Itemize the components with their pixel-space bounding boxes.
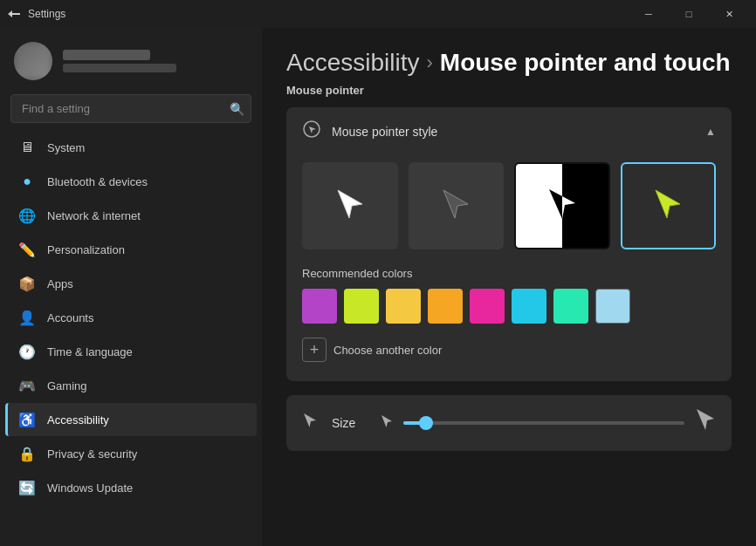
minimize-button[interactable]: ─ [629,0,669,28]
sidebar-item-update[interactable]: 🔄 Windows Update [5,471,257,504]
sidebar-label-privacy: Privacy & security [47,447,137,461]
plus-icon: + [302,338,326,362]
pointer-style-icon [302,119,321,143]
swatch-cyan[interactable] [512,289,546,324]
sidebar-item-apps[interactable]: 📦 Apps [5,267,257,300]
large-cursor-icon [695,407,716,439]
breadcrumb-parent: Accessibility [286,49,419,77]
slider-track [403,421,684,425]
swatch-lime[interactable] [344,289,379,324]
sidebar-item-network[interactable]: 🌐 Network & internet [5,199,257,232]
size-label: Size [332,416,367,430]
update-icon: 🔄 [19,480,35,495]
sidebar-item-gaming[interactable]: 🎮 Gaming [5,369,257,402]
breadcrumb-separator: › [426,51,432,74]
pointer-style-options [302,162,716,249]
accessibility-icon: ♿ [19,412,35,427]
sidebar-item-system[interactable]: 🖥 System [5,131,257,164]
sidebar-item-time[interactable]: 🕐 Time & language [5,335,257,368]
size-card: Size [286,395,732,451]
choose-color-label: Choose another color [333,344,442,357]
swatch-lightblue[interactable] [595,289,630,324]
user-info [63,50,176,72]
titlebar-left: Settings [7,7,65,21]
pointer-option-custom[interactable] [621,162,717,249]
sidebar-label-personalization: Personalization [47,243,125,256]
titlebar-controls: ─ □ ✕ [629,0,749,28]
sidebar-label-apps: Apps [47,277,73,290]
pointer-option-dark[interactable] [409,162,505,249]
search-icon: 🔍 [230,102,244,116]
swatch-pink[interactable] [470,289,505,324]
sidebar-item-accessibility[interactable]: ♿ Accessibility [5,403,257,436]
swatch-teal[interactable] [553,289,588,324]
titlebar: Settings ─ □ ✕ [0,0,756,28]
sidebar: 🔍 🖥 System ● Bluetooth & devices 🌐 Netwo… [0,28,262,546]
time-icon: 🕐 [19,344,35,359]
mouse-pointer-style-card: Mouse pointer style ▲ [286,107,732,381]
size-pointer-icon [302,412,318,434]
back-icon[interactable] [7,7,21,21]
card-header-pointer-style[interactable]: Mouse pointer style ▲ [286,107,732,155]
small-cursor-icon [381,414,393,433]
user-subtitle-blur [63,64,176,72]
pointer-option-invert[interactable] [514,162,610,249]
accounts-icon: 👤 [19,310,35,325]
card-header-left: Mouse pointer style [302,119,437,143]
size-row [381,407,716,439]
user-profile [0,28,262,87]
privacy-icon: 🔒 [19,446,35,461]
sidebar-item-personalization[interactable]: ✏️ Personalization [5,233,257,266]
slider-thumb[interactable] [419,416,433,430]
sidebar-label-time: Time & language [47,345,133,358]
sidebar-item-bluetooth[interactable]: ● Bluetooth & devices [5,165,257,198]
system-icon: 🖥 [19,140,35,155]
user-name-blur [63,50,150,60]
content-area: Accessibility › Mouse pointer and touch … [262,28,756,546]
personalization-icon: ✏️ [19,242,35,257]
sidebar-label-network: Network & internet [47,209,141,222]
sidebar-label-system: System [47,141,85,154]
chevron-up-icon: ▲ [705,126,716,138]
card-body-pointer-style: Recommended colors + Choose another colo… [286,155,732,381]
search-input[interactable] [10,94,251,123]
search-box: 🔍 [10,94,251,123]
svg-rect-1 [562,185,580,227]
section-title-mouse-pointer: Mouse pointer [286,84,732,97]
choose-color-button[interactable]: + Choose another color [302,334,716,365]
color-swatches [302,289,716,324]
sidebar-nav: 🖥 System ● Bluetooth & devices 🌐 Network… [0,130,262,505]
swatch-yellow[interactable] [386,289,421,324]
sidebar-label-gaming: Gaming [47,379,87,392]
sidebar-label-accounts: Accounts [47,311,93,324]
sidebar-label-update: Windows Update [47,481,133,495]
swatch-orange[interactable] [428,289,463,324]
pointer-style-label: Mouse pointer style [332,125,437,139]
bluetooth-icon: ● [19,174,35,189]
sidebar-label-bluetooth: Bluetooth & devices [47,175,148,188]
recommended-colors-label: Recommended colors [302,267,716,280]
sidebar-label-accessibility: Accessibility [47,413,109,427]
pointer-option-white[interactable] [302,162,398,249]
sidebar-item-accounts[interactable]: 👤 Accounts [5,301,257,334]
app-body: 🔍 🖥 System ● Bluetooth & devices 🌐 Netwo… [0,28,756,546]
swatch-purple[interactable] [302,289,337,324]
close-button[interactable]: ✕ [709,0,749,28]
avatar [14,42,52,80]
sidebar-item-privacy[interactable]: 🔒 Privacy & security [5,437,257,470]
breadcrumb: Accessibility › Mouse pointer and touch [286,49,732,77]
size-slider[interactable] [403,414,684,432]
restore-button[interactable]: □ [669,0,709,28]
titlebar-title: Settings [28,8,65,20]
gaming-icon: 🎮 [19,378,35,393]
network-icon: 🌐 [19,208,35,223]
apps-icon: 📦 [19,276,35,291]
breadcrumb-current: Mouse pointer and touch [440,49,731,77]
